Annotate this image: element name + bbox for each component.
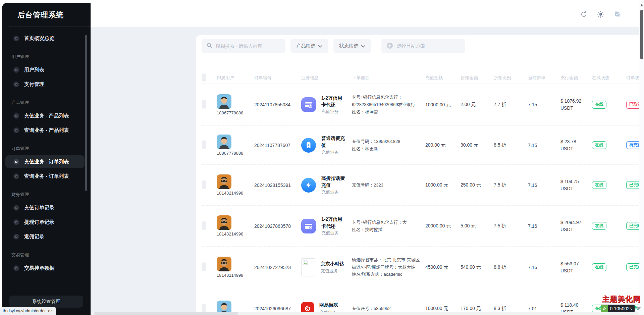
- discount-ratio: 8.3 折: [494, 306, 528, 312]
- discount-amount: 170.00 元: [461, 306, 494, 312]
- user-phone: 18867778888: [217, 151, 244, 156]
- user-avatar: [217, 215, 231, 230]
- row-checkbox[interactable]: [202, 180, 206, 189]
- chevron-down-icon: [361, 43, 365, 49]
- main-area: 产品筛选 状态筛选 选择日期范围 全部导出 归属用户订单编号业务信息下单信息充值…: [91, 0, 644, 315]
- sidebar-section-label: 交易管理: [11, 252, 87, 258]
- discount-amount: 5.00 元: [461, 223, 494, 229]
- phone-recharge-icon: ¥: [301, 138, 316, 153]
- sidebar-item[interactable]: 提现订单记录: [5, 216, 85, 228]
- scroll-up-arrow[interactable]: [640, 4, 643, 6]
- verified-badge-icon[interactable]: [613, 10, 621, 18]
- credit-card-icon: [301, 219, 316, 233]
- row-checkbox[interactable]: [202, 100, 206, 109]
- date-range-picker[interactable]: 选择日期范围: [381, 39, 465, 53]
- current-rate: 7.15: [528, 102, 560, 107]
- current-rate: 7.16: [528, 182, 560, 188]
- system-settings-button[interactable]: 系统设置管理: [9, 296, 83, 308]
- select-all-checkbox[interactable]: [202, 73, 206, 82]
- table-row: 18143214998 20241028155391 高折扣话费充值 充值业务 …: [202, 164, 644, 205]
- credit-card-icon: [301, 97, 316, 112]
- watermark: 主题美化网 0.105002s: [601, 294, 641, 312]
- menu-dot-icon: [13, 127, 19, 133]
- business-category: 充值业务: [321, 149, 347, 155]
- order-info: 卡号+银行信息包含支行：6228233865194020869农业银行姓名：杨坤…: [352, 94, 425, 115]
- order-number: 20241028155391: [254, 182, 301, 188]
- order-number: 20241026096687: [254, 306, 301, 311]
- row-checkbox[interactable]: [202, 304, 206, 313]
- status-badge: 在线: [592, 222, 606, 230]
- menu-dot-icon: [13, 67, 19, 73]
- watermark-site-link[interactable]: 主题美化网: [601, 294, 641, 304]
- recharge-amount: 10000.00 元: [425, 101, 456, 108]
- menu-dot-icon: [13, 205, 19, 211]
- sidebar-item[interactable]: 充值业务 - 产品列表: [5, 109, 85, 122]
- menu-dot-icon: [13, 173, 19, 179]
- column-header: 当前费率: [528, 75, 560, 81]
- order-info: 充值号码：13959261828姓名：林更新: [352, 138, 425, 153]
- sidebar: 后台管理系统 首页概况总览用户管理 用户列表 支付管理产品管理 充值业务 - 产…: [2, 3, 91, 315]
- status-badge: 在线: [592, 263, 606, 271]
- sidebar-item[interactable]: 交易挂单数据: [5, 262, 85, 274]
- sidebar-item[interactable]: 充值订单记录: [5, 201, 85, 214]
- search-icon: [206, 42, 212, 50]
- discount-amount: 2.00 元: [461, 102, 494, 108]
- column-header: 下单信息: [352, 75, 425, 81]
- row-checkbox[interactable]: [202, 262, 206, 271]
- user-avatar: [217, 174, 231, 189]
- status-filter-dropdown[interactable]: 状态筛选: [333, 39, 371, 53]
- sidebar-section-label: 用户管理: [11, 54, 87, 60]
- page-load-time: 0.105002s: [610, 306, 632, 311]
- column-header: 折扣比例: [494, 75, 528, 81]
- theme-toggle-icon[interactable]: [596, 10, 604, 18]
- refresh-icon[interactable]: [580, 10, 588, 18]
- sidebar-item[interactable]: 首页概况总览: [5, 32, 85, 45]
- business-category: 充值业务: [321, 268, 346, 274]
- search-box[interactable]: [202, 39, 285, 53]
- order-info: 充值账号：5855952: [352, 305, 425, 312]
- product-title: 1-2万信用卡代还: [321, 216, 347, 229]
- sidebar-item[interactable]: 用户列表: [5, 63, 85, 76]
- sidebar-item[interactable]: 充值业务 - 订单列表: [5, 155, 85, 168]
- status-badge: 在线: [592, 101, 606, 109]
- product-title: 京东小时达: [321, 260, 346, 267]
- business-category: 充值业务: [321, 189, 347, 195]
- image-placeholder-icon: [301, 258, 315, 276]
- status-badge: 在线: [592, 181, 606, 189]
- trace-caret-icon[interactable]: [637, 307, 641, 310]
- sidebar-item[interactable]: 查询业务 - 产品列表: [5, 124, 85, 137]
- order-number: 20241107787607: [254, 143, 301, 148]
- row-checkbox[interactable]: [202, 140, 206, 149]
- current-rate: 7.16: [528, 223, 560, 229]
- order-info: 请选择省市县：北京 北京市 东城区街道/小区/商场门牌号：大叔大婶姓名/联系方式…: [352, 256, 425, 278]
- svg-text:¥: ¥: [308, 143, 309, 146]
- sidebar-item-label: 首页概况总览: [24, 35, 54, 42]
- discount-ratio: 7.7 折: [494, 102, 528, 108]
- order-number: 20241027863578: [254, 223, 301, 229]
- horizontal-scrollbar-thumb[interactable]: [94, 312, 238, 315]
- order-info: 卡号+银行信息包含支行：大姓名：按时擦拭: [352, 219, 425, 233]
- product-filter-dropdown[interactable]: 产品筛选: [290, 39, 328, 53]
- page-scrollbar: [639, 0, 644, 315]
- user-avatar: [217, 94, 231, 109]
- sidebar-item[interactable]: 支付管理: [5, 78, 85, 91]
- discount-amount: 30.00 元: [461, 142, 494, 148]
- thinkphp-logo-icon: [601, 305, 608, 312]
- date-range-icon: [386, 42, 393, 50]
- user-phone: 18143214998: [217, 273, 244, 278]
- sidebar-scrollbar-thumb[interactable]: [85, 35, 87, 191]
- table-row: 18143214998 20241027279523 京东小时达 充值业务 请选…: [202, 246, 644, 288]
- search-input[interactable]: [216, 43, 276, 49]
- page-scrollbar-thumb[interactable]: [640, 10, 643, 59]
- sidebar-item[interactable]: 返佣记录: [5, 230, 85, 243]
- sidebar-item-label: 返佣记录: [24, 233, 44, 240]
- row-checkbox[interactable]: [202, 221, 206, 230]
- debug-trace-badge[interactable]: 0.105002s: [601, 305, 635, 312]
- product-filter-label: 产品筛选: [297, 43, 315, 49]
- admin-app: 后台管理系统 首页概况总览用户管理 用户列表 支付管理产品管理 充值业务 - 产…: [0, 0, 644, 315]
- user-avatar: [217, 135, 231, 149]
- sidebar-item[interactable]: 查询业务 - 订单列表: [5, 170, 85, 182]
- sidebar-item-label: 提现订单记录: [24, 219, 54, 225]
- header-checkbox: [202, 73, 217, 83]
- pay-amount: $ 553.07USDT: [560, 260, 592, 274]
